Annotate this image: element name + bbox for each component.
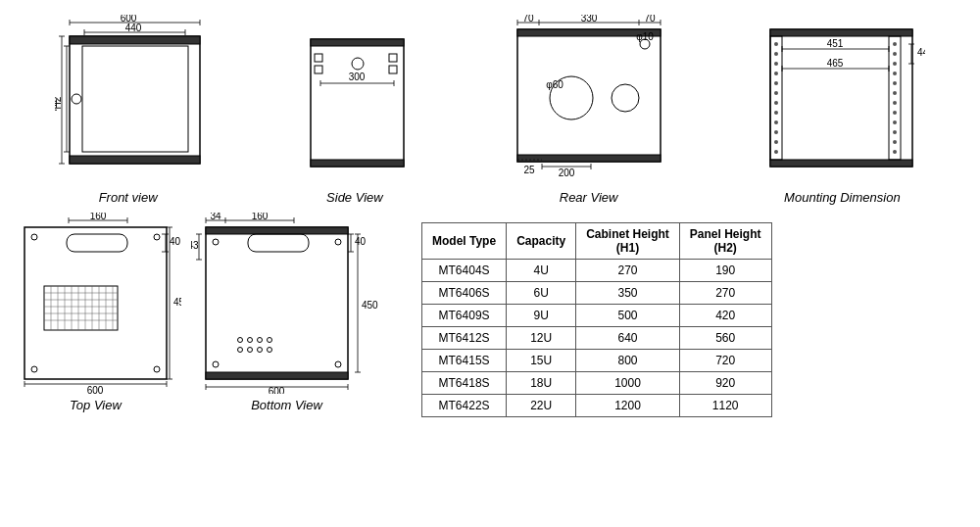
table-row: MT6409S9U500420 [422,305,772,327]
svg-point-105 [31,366,37,372]
side-view-svg: 300 [291,15,418,186]
svg-point-50 [612,84,639,112]
svg-point-75 [893,52,897,56]
svg-point-80 [893,101,897,105]
col-cabinet-height: Cabinet Height(H1) [576,223,680,260]
svg-rect-29 [315,66,322,73]
svg-rect-11 [82,46,188,152]
table-cell: MT6406S [422,282,507,305]
svg-point-72 [774,150,778,154]
svg-rect-32 [389,66,397,73]
svg-point-12 [72,94,81,104]
svg-point-71 [774,140,778,144]
page: 600 440 H1 [0,0,980,527]
top-diagrams-row: 600 440 H1 [10,15,970,205]
table-cell: 500 [576,305,680,327]
table-row: MT6404S4U270190 [422,260,772,282]
svg-rect-150 [248,234,309,252]
table-cell: 420 [679,305,771,327]
table-row: MT6415S15U800720 [422,350,772,372]
svg-point-62 [774,52,778,56]
svg-text:451: 451 [827,38,844,49]
svg-text:40: 40 [355,236,367,247]
svg-point-76 [893,62,897,66]
svg-point-84 [893,140,897,144]
table-cell: 4U [507,260,576,282]
svg-point-70 [774,130,778,134]
svg-point-162 [268,348,272,353]
svg-point-106 [154,366,160,372]
svg-rect-145 [206,372,348,379]
rear-view-svg: 70 330 70 φ10 φ60 [508,15,669,186]
table-cell: MT6422S [422,395,507,417]
svg-point-146 [213,239,219,245]
svg-text:160: 160 [90,213,107,221]
table-cell: 18U [507,372,576,395]
bottom-view-svg: 34 160 4 [191,213,382,394]
svg-text:300: 300 [349,72,366,82]
svg-point-156 [248,338,253,343]
svg-text:465: 465 [827,58,844,69]
spec-table-container: Model Type Capacity Cabinet Height(H1) P… [402,217,772,417]
svg-text:φ10: φ10 [636,31,654,42]
svg-point-74 [893,42,897,46]
rear-view-block: 70 330 70 φ10 φ60 [508,15,669,205]
svg-point-157 [258,338,263,343]
svg-point-155 [238,338,243,343]
table-cell: 1120 [679,395,771,417]
svg-point-104 [154,234,160,240]
svg-text:70: 70 [523,15,535,24]
table-cell: 560 [679,327,771,350]
svg-rect-102 [24,227,167,379]
svg-text:330: 330 [581,15,598,24]
svg-rect-28 [315,54,322,62]
svg-rect-144 [206,227,348,234]
col-model: Model Type [422,223,507,260]
svg-text:44.45: 44.45 [917,47,925,58]
svg-point-103 [31,234,37,240]
table-row: MT6418S18U1000920 [422,372,772,395]
svg-text:43: 43 [191,240,199,251]
svg-point-79 [893,91,897,95]
svg-rect-58 [770,29,912,36]
front-view-block: 600 440 H1 [55,15,202,205]
svg-point-78 [893,81,897,85]
table-cell: 1000 [576,372,680,395]
svg-text:34: 34 [210,213,221,221]
table-cell: MT6415S [422,350,507,372]
table-cell: 15U [507,350,576,372]
svg-rect-31 [389,54,397,62]
table-cell: 190 [679,260,771,282]
top-view-caption: Top View [70,398,122,412]
svg-point-158 [268,338,272,343]
svg-rect-45 [517,155,661,162]
svg-text:200: 200 [559,168,575,178]
svg-point-149 [335,361,341,367]
table-cell: 270 [679,282,771,305]
svg-rect-23 [311,160,404,167]
svg-point-161 [258,348,263,353]
table-cell: 920 [679,372,771,395]
svg-text:440: 440 [124,23,141,33]
table-cell: 800 [576,350,680,372]
svg-point-85 [893,150,897,154]
side-view-block: 300 Side View [291,15,418,205]
svg-text:600: 600 [269,386,285,394]
table-cell: 720 [679,350,771,372]
bottom-row: 160 [10,213,970,417]
svg-point-147 [335,239,341,245]
spec-table: Model Type Capacity Cabinet Height(H1) P… [421,222,772,417]
col-panel-height: Panel Height(H2) [679,223,771,260]
svg-point-63 [774,62,778,66]
svg-text:40: 40 [170,236,181,247]
svg-text:H2: H2 [55,96,63,109]
svg-text:φ60: φ60 [546,79,564,90]
svg-point-61 [774,42,778,46]
svg-point-66 [774,91,778,95]
top-view-svg: 160 [10,213,181,394]
table-cell: 640 [576,327,680,350]
svg-text:450: 450 [173,297,181,308]
table-cell: 1200 [576,395,680,417]
table-cell: 22U [507,395,576,417]
svg-text:25: 25 [524,165,536,175]
